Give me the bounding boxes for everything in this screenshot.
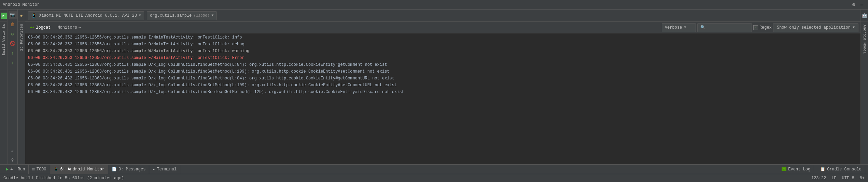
log-line: 06-06 03:34:26.432 12656-12863/org.xutil… bbox=[25, 75, 860, 82]
android-monitor-tab[interactable]: 📱 6: Android Monitor bbox=[50, 165, 109, 174]
device-dropdown-arrow: ▼ bbox=[139, 14, 141, 17]
search-input[interactable] bbox=[707, 25, 748, 30]
inner-layout: ▶ Build Variants 📷 🗑 ⚙ 🚫 ↑ ↓ » ? ★ 2: Fa… bbox=[0, 10, 868, 164]
android-model-top: 🤖 bbox=[861, 10, 868, 22]
event-log-label: Event Log bbox=[788, 167, 810, 172]
log-line: 06-06 03:34:26.352 12656-12656/org.xutil… bbox=[25, 41, 860, 48]
messages-tab-icon: 📄 bbox=[112, 167, 117, 172]
build-variants-top: ▶ bbox=[0, 10, 8, 22]
star-icon: ★ bbox=[20, 13, 23, 18]
terminal-tab-icon: ▸ bbox=[153, 167, 155, 172]
title-bar: Android Monitor ⚙ — bbox=[0, 0, 868, 10]
todo-tab-label: TODO bbox=[37, 167, 46, 172]
app-name: org.xutils.sample bbox=[150, 13, 192, 18]
log-line: 06-06 03:34:26.353 12656-12656/org.xutil… bbox=[25, 48, 860, 55]
monitors-tab[interactable]: Monitors → bbox=[55, 24, 84, 31]
todo-tab[interactable]: ☑ TODO bbox=[29, 165, 50, 174]
app-dropdown-arrow: ▼ bbox=[212, 14, 214, 17]
run-indicator[interactable]: ▶ bbox=[1, 13, 7, 19]
run-tab-icon: ▶ bbox=[6, 167, 9, 172]
gradle-console-icon: 📋 bbox=[820, 167, 825, 172]
left-sidebar: 📷 🗑 ⚙ 🚫 ↑ ↓ » ? bbox=[8, 10, 18, 164]
search-box: 🔍 bbox=[697, 23, 752, 32]
terminal-tab[interactable]: ▸ Terminal bbox=[149, 165, 180, 174]
monitors-tab-label: Monitors bbox=[57, 25, 77, 30]
camera-icon[interactable]: 📷 bbox=[9, 11, 17, 19]
gradle-console-label: Gradle Console bbox=[827, 167, 862, 172]
more-icon[interactable]: » bbox=[11, 149, 14, 155]
title-bar-right: ⚙ — bbox=[850, 1, 865, 8]
device-selector[interactable]: 📱 Xiaomi MI NOTE LTE Android 6.0.1, API … bbox=[28, 11, 144, 20]
show-selected-button[interactable]: Show only selected application ▼ bbox=[773, 23, 858, 32]
trash-icon[interactable]: 🗑 bbox=[9, 20, 17, 29]
gradle-console-tab[interactable]: 📋 Gradle Console bbox=[817, 165, 865, 174]
status-message: Gradle build finished in 5s 601ms (2 min… bbox=[3, 176, 124, 181]
version: 8+ bbox=[860, 176, 865, 181]
logcat-tab-icon: ●● bbox=[30, 26, 34, 30]
logcat-tab-label: logcat bbox=[36, 25, 51, 30]
verbose-label: Verbose bbox=[665, 25, 682, 30]
app-pid: (12656) bbox=[194, 14, 209, 18]
line-ending: LF bbox=[831, 176, 836, 181]
bottom-bar: ▶ 4: Run ☑ TODO 📱 6: Android Monitor 📄 0… bbox=[0, 164, 868, 174]
build-variants-label[interactable]: Build Variants bbox=[2, 22, 6, 57]
build-variants-panel: ▶ Build Variants bbox=[0, 10, 8, 164]
content-area: 📱 Xiaomi MI NOTE LTE Android 6.0.1, API … bbox=[25, 10, 860, 164]
todo-tab-icon: ☑ bbox=[32, 167, 34, 172]
device-name: Xiaomi MI NOTE LTE bbox=[39, 13, 83, 18]
verbose-dropdown-arrow: ▼ bbox=[684, 26, 686, 29]
favorites-label[interactable]: 2: Favorites bbox=[19, 22, 24, 53]
show-selected-dropdown-arrow: ▼ bbox=[853, 26, 855, 29]
android-model-panel: 🤖 Android Model bbox=[860, 10, 868, 164]
verbose-selector[interactable]: Verbose ▼ bbox=[662, 23, 696, 32]
favorites-panel: ★ 2: Favorites bbox=[18, 10, 25, 164]
up-arrow-icon[interactable]: ↑ bbox=[9, 49, 17, 57]
cursor-position: 123:22 bbox=[811, 176, 826, 181]
status-right: 123:22 LF UTF-8 8+ bbox=[811, 176, 865, 181]
logcat-tab[interactable]: ●● logcat bbox=[27, 24, 53, 31]
settings-icon[interactable]: ⚙ bbox=[9, 30, 17, 38]
show-selected-label: Show only selected application bbox=[777, 25, 851, 30]
android-monitor-tab-icon: 📱 bbox=[54, 167, 59, 172]
app-window: Android Monitor ⚙ — ▶ Build Variants 📷 🗑… bbox=[0, 0, 868, 182]
error-icon[interactable]: 🚫 bbox=[9, 40, 17, 48]
encoding: UTF-8 bbox=[842, 176, 854, 181]
regex-label: Regex bbox=[759, 25, 772, 30]
phone-icon: 📱 bbox=[31, 13, 37, 18]
log-area: 06-06 03:34:26.352 12656-12656/org.xutil… bbox=[25, 33, 860, 164]
event-log-icon: 1 bbox=[782, 167, 786, 171]
search-icon: 🔍 bbox=[700, 25, 705, 30]
run-tab[interactable]: ▶ 4: Run bbox=[3, 165, 29, 174]
log-line: 06-06 03:34:26.432 12656-12863/org.xutil… bbox=[25, 89, 860, 95]
event-log-tab[interactable]: 1 Event Log bbox=[778, 165, 814, 174]
log-line: 06-06 03:34:26.431 12656-12863/org.xutil… bbox=[25, 61, 860, 68]
android-model-label[interactable]: Android Model bbox=[863, 25, 867, 54]
device-bar: 📱 Xiaomi MI NOTE LTE Android 6.0.1, API … bbox=[25, 10, 860, 22]
bottom-right: 1 Event Log 📋 Gradle Console bbox=[778, 165, 865, 174]
terminal-tab-label: Terminal bbox=[157, 167, 177, 172]
toolbar: ●● logcat Monitors → Verbose ▼ 🔍 ✓ bbox=[25, 22, 860, 33]
messages-tab-label: 0: Messages bbox=[118, 167, 145, 172]
log-line: 06-06 03:34:26.432 12656-12863/org.xutil… bbox=[25, 82, 860, 89]
log-line: 06-06 03:34:26.431 12656-12863/org.xutil… bbox=[25, 68, 860, 75]
log-line: 06-06 03:34:26.352 12656-12656/org.xutil… bbox=[25, 34, 860, 41]
title-bar-left: Android Monitor bbox=[3, 2, 40, 7]
device-details: Android 6.0.1, API 23 bbox=[85, 13, 137, 18]
android-monitor-tab-label: 6: Android Monitor bbox=[60, 167, 105, 172]
help-icon[interactable]: ? bbox=[9, 156, 17, 164]
log-line: 06-06 03:34:26.353 12656-12656/org.xutil… bbox=[25, 55, 860, 61]
settings-button[interactable]: ⚙ bbox=[850, 1, 857, 8]
status-bar: Gradle build finished in 5s 601ms (2 min… bbox=[0, 174, 868, 182]
app-selector[interactable]: org.xutils.sample (12656) ▼ bbox=[147, 11, 217, 20]
favorites-top: ★ bbox=[18, 10, 25, 22]
messages-tab[interactable]: 📄 0: Messages bbox=[108, 165, 149, 174]
regex-checkbox[interactable]: ✓ bbox=[753, 25, 758, 30]
android-icon: 🤖 bbox=[862, 13, 867, 18]
down-arrow-icon[interactable]: ↓ bbox=[9, 59, 17, 67]
monitors-arrow: → bbox=[79, 25, 81, 30]
run-tab-label: 4: Run bbox=[10, 167, 25, 172]
regex-checkbox-container[interactable]: ✓ Regex bbox=[753, 25, 772, 30]
app-title: Android Monitor bbox=[3, 2, 40, 7]
minimize-button[interactable]: — bbox=[858, 1, 865, 8]
